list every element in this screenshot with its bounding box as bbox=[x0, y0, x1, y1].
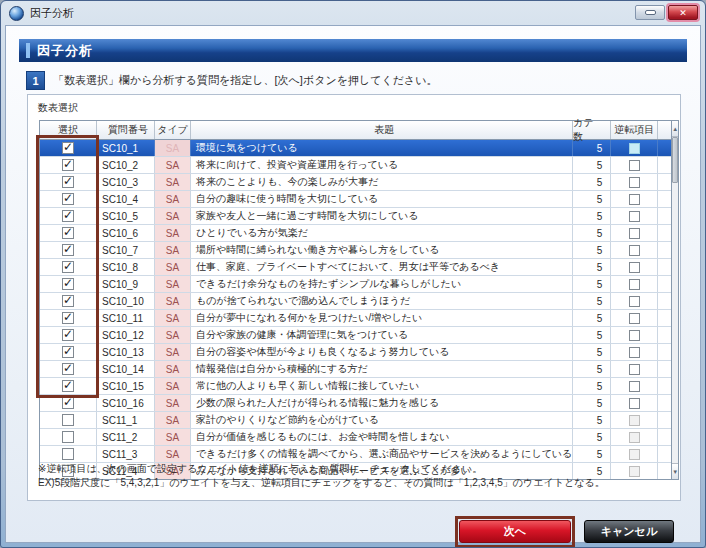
cancel-button[interactable]: キャンセル bbox=[584, 520, 674, 543]
select-cell bbox=[40, 276, 97, 292]
type-cell: SA bbox=[155, 140, 191, 156]
table-row[interactable]: SC10_13SA自分の容姿や体型が今よりも良くなるよう努力している5 bbox=[40, 344, 671, 361]
select-checkbox[interactable] bbox=[62, 329, 74, 341]
reversed-checkbox[interactable] bbox=[629, 211, 640, 222]
title-cell: 場所や時間に縛られない働き方や暮らし方をしている bbox=[191, 242, 573, 258]
reversed-checkbox[interactable] bbox=[629, 398, 640, 409]
select-checkbox[interactable] bbox=[62, 397, 74, 409]
table-row[interactable]: SC11_2SA自分が価値を感じるものには、お金や時間を惜しまない5 bbox=[40, 429, 671, 446]
next-button[interactable]: 次へ bbox=[459, 520, 571, 543]
filler-cell bbox=[658, 412, 671, 428]
select-cell bbox=[40, 412, 97, 428]
title-cell: 将来のことよりも、今の楽しみが大事だ bbox=[191, 174, 573, 190]
reversed-item-cell bbox=[611, 242, 658, 258]
table-row[interactable]: SC10_5SA家族や友人と一緒に過ごす時間を大切にしている5 bbox=[40, 208, 671, 225]
type-cell: SA bbox=[155, 429, 191, 445]
reversed-item-cell bbox=[611, 412, 658, 428]
table-row[interactable]: SC10_1SA環境に気をつけている5 bbox=[40, 140, 671, 157]
select-cell bbox=[40, 429, 97, 445]
select-checkbox[interactable] bbox=[62, 414, 74, 426]
table-row[interactable]: SC10_12SA自分や家族の健康・体調管理に気をつけている5 bbox=[40, 327, 671, 344]
type-cell: SA bbox=[155, 259, 191, 275]
question-number-cell: SC10_2 bbox=[97, 157, 155, 173]
select-checkbox[interactable] bbox=[62, 346, 74, 358]
reversed-checkbox[interactable] bbox=[629, 177, 640, 188]
reversed-checkbox[interactable] bbox=[629, 381, 640, 392]
table-row[interactable]: SC10_16SA少数の限られた人だけが得られる情報に魅力を感じる5 bbox=[40, 395, 671, 412]
select-checkbox[interactable] bbox=[62, 312, 74, 324]
filler-cell bbox=[658, 242, 671, 258]
reversed-checkbox[interactable] bbox=[629, 449, 640, 460]
table-row[interactable]: SC10_7SA場所や時間に縛られない働き方や暮らし方をしている5 bbox=[40, 242, 671, 259]
reversed-checkbox[interactable] bbox=[629, 364, 640, 375]
reversed-item-cell bbox=[611, 395, 658, 411]
select-checkbox[interactable] bbox=[62, 295, 74, 307]
table-row[interactable]: SC10_4SA自分の趣味に使う時間を大切にしている5 bbox=[40, 191, 671, 208]
select-checkbox[interactable] bbox=[62, 244, 74, 256]
select-checkbox[interactable] bbox=[62, 227, 74, 239]
scrollbar-thumb[interactable] bbox=[672, 137, 678, 183]
select-checkbox[interactable] bbox=[62, 448, 74, 460]
reversed-checkbox[interactable] bbox=[629, 432, 640, 443]
select-cell bbox=[40, 242, 97, 258]
table-header: 選択質問番号タイプ表題カテ数逆転項目 bbox=[40, 121, 671, 140]
select-cell bbox=[40, 361, 97, 377]
reversed-checkbox[interactable] bbox=[629, 347, 640, 358]
question-number-cell: SC10_6 bbox=[97, 225, 155, 241]
reversed-checkbox[interactable] bbox=[629, 194, 640, 205]
table-row[interactable]: SC10_3SA将来のことよりも、今の楽しみが大事だ5 bbox=[40, 174, 671, 191]
select-cell bbox=[40, 191, 97, 207]
reversed-checkbox[interactable] bbox=[629, 245, 640, 256]
table-row[interactable]: SC10_11SA自分が夢中になれる何かを見つけたい/増やしたい5 bbox=[40, 310, 671, 327]
reversed-checkbox[interactable] bbox=[629, 160, 640, 171]
filler-cell bbox=[658, 293, 671, 309]
reversed-checkbox[interactable] bbox=[629, 466, 640, 477]
table-row[interactable]: SC11_3SAできるだけ多くの情報を調べてから、選ぶ商品やサービスを決めるよう… bbox=[40, 446, 671, 463]
reversed-checkbox[interactable] bbox=[629, 143, 640, 154]
table-row[interactable]: SC10_9SAできるだけ余分なものを持たずシンプルな暮らしがしたい5 bbox=[40, 276, 671, 293]
table-row[interactable]: SC11_1SA家計のやりくりなど節約を心がけている5 bbox=[40, 412, 671, 429]
reversed-item-cell bbox=[611, 361, 658, 377]
table-row[interactable]: SC10_2SA将来に向けて、投資や資産運用を行っている5 bbox=[40, 157, 671, 174]
column-header: 逆転項目 bbox=[611, 121, 658, 139]
select-checkbox[interactable] bbox=[62, 159, 74, 171]
reversed-checkbox[interactable] bbox=[629, 296, 640, 307]
select-checkbox[interactable] bbox=[62, 193, 74, 205]
filler-cell bbox=[658, 174, 671, 190]
reversed-item-cell bbox=[611, 463, 658, 479]
scroll-down-icon[interactable]: ▼ bbox=[672, 463, 678, 479]
filler-cell bbox=[658, 276, 671, 292]
question-number-cell: SC10_9 bbox=[97, 276, 155, 292]
vertical-scrollbar[interactable]: ▲ ▼ bbox=[672, 120, 679, 480]
table-row[interactable]: SC10_6SAひとりでいる方が気楽だ5 bbox=[40, 225, 671, 242]
type-cell: SA bbox=[155, 242, 191, 258]
reversed-checkbox[interactable] bbox=[629, 330, 640, 341]
table-row[interactable]: SC10_14SA情報発信は自分から積極的にする方だ5 bbox=[40, 361, 671, 378]
table-row[interactable]: SC10_15SA常に他の人よりも早く新しい情報に接していたい5 bbox=[40, 378, 671, 395]
minimize-icon bbox=[645, 10, 656, 15]
type-cell: SA bbox=[155, 225, 191, 241]
reversed-checkbox[interactable] bbox=[629, 279, 640, 290]
select-checkbox[interactable] bbox=[62, 142, 74, 154]
select-checkbox[interactable] bbox=[62, 380, 74, 392]
table-row[interactable]: SC10_8SA仕事、家庭、プライベートすべてにおいて、男女は平等であるべき5 bbox=[40, 259, 671, 276]
select-cell bbox=[40, 293, 97, 309]
group-label: 数表選択 bbox=[38, 101, 78, 115]
reversed-checkbox[interactable] bbox=[629, 228, 640, 239]
minimize-button[interactable] bbox=[635, 5, 665, 20]
scroll-up-icon[interactable]: ▲ bbox=[672, 121, 678, 137]
title-cell: 自分や家族の健康・体調管理に気をつけている bbox=[191, 327, 573, 343]
select-checkbox[interactable] bbox=[62, 261, 74, 273]
table-row[interactable]: SC10_10SAものが捨てられないで溜め込んでしまうほうだ5 bbox=[40, 293, 671, 310]
select-cell bbox=[40, 208, 97, 224]
scrollbar-track[interactable] bbox=[672, 183, 678, 463]
select-checkbox[interactable] bbox=[62, 210, 74, 222]
select-checkbox[interactable] bbox=[62, 431, 74, 443]
select-checkbox[interactable] bbox=[62, 363, 74, 375]
reversed-checkbox[interactable] bbox=[629, 313, 640, 324]
close-button[interactable]: ✕ bbox=[668, 5, 698, 20]
reversed-checkbox[interactable] bbox=[629, 262, 640, 273]
reversed-checkbox[interactable] bbox=[629, 415, 640, 426]
select-checkbox[interactable] bbox=[62, 176, 74, 188]
select-checkbox[interactable] bbox=[62, 278, 74, 290]
